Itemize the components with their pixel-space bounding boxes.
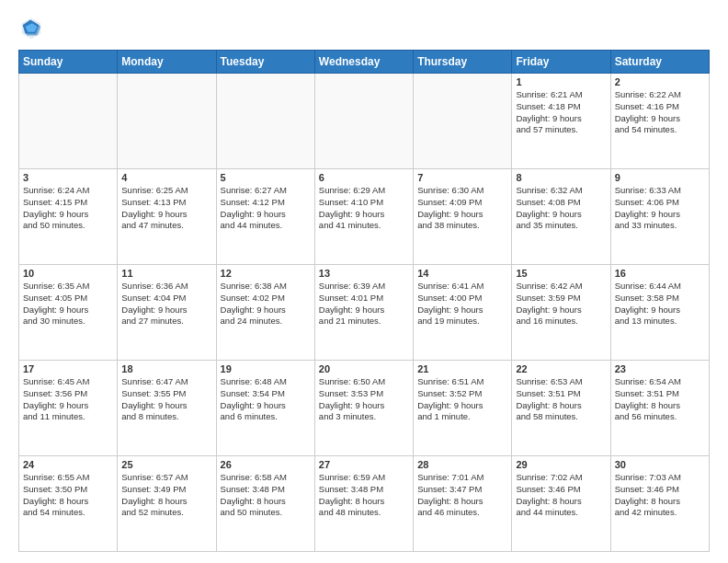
day-number: 10 xyxy=(23,268,113,279)
day-number: 13 xyxy=(319,268,409,279)
day-number: 16 xyxy=(615,268,705,279)
day-info: Sunrise: 6:38 AM Sunset: 4:02 PM Dayligh… xyxy=(221,281,311,327)
calendar-week-row: 24Sunrise: 6:55 AM Sunset: 3:50 PM Dayli… xyxy=(19,456,710,552)
table-row xyxy=(118,74,216,169)
day-info: Sunrise: 6:39 AM Sunset: 4:01 PM Dayligh… xyxy=(319,281,409,327)
table-row: 3Sunrise: 6:24 AM Sunset: 4:15 PM Daylig… xyxy=(19,169,118,265)
col-saturday: Saturday xyxy=(610,51,709,74)
day-info: Sunrise: 6:21 AM Sunset: 4:18 PM Dayligh… xyxy=(516,89,606,136)
table-row: 8Sunrise: 6:32 AM Sunset: 4:08 PM Daylig… xyxy=(512,169,610,265)
day-info: Sunrise: 6:35 AM Sunset: 4:05 PM Dayligh… xyxy=(23,281,113,327)
day-number: 29 xyxy=(516,459,606,470)
table-row: 18Sunrise: 6:47 AM Sunset: 3:55 PM Dayli… xyxy=(118,361,216,456)
day-info: Sunrise: 6:58 AM Sunset: 3:48 PM Dayligh… xyxy=(221,472,311,519)
day-info: Sunrise: 6:59 AM Sunset: 3:48 PM Dayligh… xyxy=(319,472,409,519)
day-info: Sunrise: 6:48 AM Sunset: 3:54 PM Dayligh… xyxy=(221,376,311,423)
table-row: 21Sunrise: 6:51 AM Sunset: 3:52 PM Dayli… xyxy=(414,361,512,456)
table-row: 17Sunrise: 6:45 AM Sunset: 3:56 PM Dayli… xyxy=(19,361,118,456)
table-row: 14Sunrise: 6:41 AM Sunset: 4:00 PM Dayli… xyxy=(414,265,512,361)
day-info: Sunrise: 6:32 AM Sunset: 4:08 PM Dayligh… xyxy=(516,185,606,232)
day-info: Sunrise: 6:42 AM Sunset: 3:59 PM Dayligh… xyxy=(516,281,606,327)
day-info: Sunrise: 7:01 AM Sunset: 3:47 PM Dayligh… xyxy=(417,472,507,519)
logo-icon xyxy=(18,15,44,40)
day-info: Sunrise: 6:30 AM Sunset: 4:09 PM Dayligh… xyxy=(417,185,507,232)
day-number: 7 xyxy=(417,172,507,183)
day-info: Sunrise: 6:27 AM Sunset: 4:12 PM Dayligh… xyxy=(221,185,311,232)
table-row: 26Sunrise: 6:58 AM Sunset: 3:48 PM Dayli… xyxy=(216,456,314,552)
col-sunday: Sunday xyxy=(19,51,118,74)
day-number: 18 xyxy=(121,363,211,374)
day-number: 5 xyxy=(221,172,311,183)
day-info: Sunrise: 6:55 AM Sunset: 3:50 PM Dayligh… xyxy=(23,472,113,519)
day-info: Sunrise: 6:47 AM Sunset: 3:55 PM Dayligh… xyxy=(121,376,211,423)
day-number: 30 xyxy=(615,459,705,470)
day-number: 12 xyxy=(221,268,311,279)
day-number: 24 xyxy=(23,459,113,470)
table-row: 19Sunrise: 6:48 AM Sunset: 3:54 PM Dayli… xyxy=(216,361,314,456)
day-info: Sunrise: 6:33 AM Sunset: 4:06 PM Dayligh… xyxy=(615,185,705,232)
table-row: 10Sunrise: 6:35 AM Sunset: 4:05 PM Dayli… xyxy=(19,265,118,361)
calendar-table: Sunday Monday Tuesday Wednesday Thursday… xyxy=(18,50,710,552)
day-number: 21 xyxy=(417,363,507,374)
header xyxy=(18,15,710,40)
table-row xyxy=(19,74,118,169)
day-number: 17 xyxy=(23,363,113,374)
table-row: 15Sunrise: 6:42 AM Sunset: 3:59 PM Dayli… xyxy=(512,265,610,361)
day-number: 25 xyxy=(121,459,211,470)
calendar-header-row: Sunday Monday Tuesday Wednesday Thursday… xyxy=(19,51,710,74)
day-info: Sunrise: 7:03 AM Sunset: 3:46 PM Dayligh… xyxy=(615,472,705,519)
table-row: 7Sunrise: 6:30 AM Sunset: 4:09 PM Daylig… xyxy=(414,169,512,265)
day-number: 11 xyxy=(121,268,211,279)
table-row: 5Sunrise: 6:27 AM Sunset: 4:12 PM Daylig… xyxy=(216,169,314,265)
table-row: 6Sunrise: 6:29 AM Sunset: 4:10 PM Daylig… xyxy=(314,169,413,265)
table-row: 24Sunrise: 6:55 AM Sunset: 3:50 PM Dayli… xyxy=(19,456,118,552)
table-row: 2Sunrise: 6:22 AM Sunset: 4:16 PM Daylig… xyxy=(610,74,709,169)
day-number: 3 xyxy=(23,172,113,183)
day-info: Sunrise: 6:51 AM Sunset: 3:52 PM Dayligh… xyxy=(417,376,507,423)
day-info: Sunrise: 6:53 AM Sunset: 3:51 PM Dayligh… xyxy=(516,376,606,423)
table-row: 27Sunrise: 6:59 AM Sunset: 3:48 PM Dayli… xyxy=(314,456,413,552)
col-thursday: Thursday xyxy=(414,51,512,74)
table-row: 22Sunrise: 6:53 AM Sunset: 3:51 PM Dayli… xyxy=(512,361,610,456)
col-tuesday: Tuesday xyxy=(216,51,314,74)
day-number: 20 xyxy=(319,363,409,374)
day-number: 23 xyxy=(615,363,705,374)
day-info: Sunrise: 6:50 AM Sunset: 3:53 PM Dayligh… xyxy=(319,376,409,423)
day-info: Sunrise: 6:57 AM Sunset: 3:49 PM Dayligh… xyxy=(121,472,211,519)
calendar-week-row: 10Sunrise: 6:35 AM Sunset: 4:05 PM Dayli… xyxy=(19,265,710,361)
day-number: 1 xyxy=(516,76,606,87)
day-number: 6 xyxy=(319,172,409,183)
day-info: Sunrise: 6:36 AM Sunset: 4:04 PM Dayligh… xyxy=(121,281,211,327)
day-info: Sunrise: 6:25 AM Sunset: 4:13 PM Dayligh… xyxy=(121,185,211,232)
day-info: Sunrise: 6:45 AM Sunset: 3:56 PM Dayligh… xyxy=(23,376,113,423)
calendar-week-row: 3Sunrise: 6:24 AM Sunset: 4:15 PM Daylig… xyxy=(19,169,710,265)
day-info: Sunrise: 6:22 AM Sunset: 4:16 PM Dayligh… xyxy=(615,89,705,136)
page: Sunday Monday Tuesday Wednesday Thursday… xyxy=(0,0,728,563)
day-number: 8 xyxy=(516,172,606,183)
day-info: Sunrise: 6:24 AM Sunset: 4:15 PM Dayligh… xyxy=(23,185,113,232)
day-number: 19 xyxy=(221,363,311,374)
table-row: 11Sunrise: 6:36 AM Sunset: 4:04 PM Dayli… xyxy=(118,265,216,361)
table-row: 4Sunrise: 6:25 AM Sunset: 4:13 PM Daylig… xyxy=(118,169,216,265)
calendar-week-row: 17Sunrise: 6:45 AM Sunset: 3:56 PM Dayli… xyxy=(19,361,710,456)
table-row: 29Sunrise: 7:02 AM Sunset: 3:46 PM Dayli… xyxy=(512,456,610,552)
logo xyxy=(18,15,48,40)
day-info: Sunrise: 6:44 AM Sunset: 3:58 PM Dayligh… xyxy=(615,281,705,327)
day-number: 22 xyxy=(516,363,606,374)
table-row: 13Sunrise: 6:39 AM Sunset: 4:01 PM Dayli… xyxy=(314,265,413,361)
day-number: 15 xyxy=(516,268,606,279)
col-wednesday: Wednesday xyxy=(314,51,413,74)
table-row: 25Sunrise: 6:57 AM Sunset: 3:49 PM Dayli… xyxy=(118,456,216,552)
day-info: Sunrise: 7:02 AM Sunset: 3:46 PM Dayligh… xyxy=(516,472,606,519)
col-friday: Friday xyxy=(512,51,610,74)
day-info: Sunrise: 6:54 AM Sunset: 3:51 PM Dayligh… xyxy=(615,376,705,423)
day-number: 9 xyxy=(615,172,705,183)
table-row: 16Sunrise: 6:44 AM Sunset: 3:58 PM Dayli… xyxy=(610,265,709,361)
table-row: 20Sunrise: 6:50 AM Sunset: 3:53 PM Dayli… xyxy=(314,361,413,456)
table-row: 23Sunrise: 6:54 AM Sunset: 3:51 PM Dayli… xyxy=(610,361,709,456)
day-number: 28 xyxy=(417,459,507,470)
day-number: 26 xyxy=(221,459,311,470)
table-row: 1Sunrise: 6:21 AM Sunset: 4:18 PM Daylig… xyxy=(512,74,610,169)
table-row: 9Sunrise: 6:33 AM Sunset: 4:06 PM Daylig… xyxy=(610,169,709,265)
table-row: 28Sunrise: 7:01 AM Sunset: 3:47 PM Dayli… xyxy=(414,456,512,552)
